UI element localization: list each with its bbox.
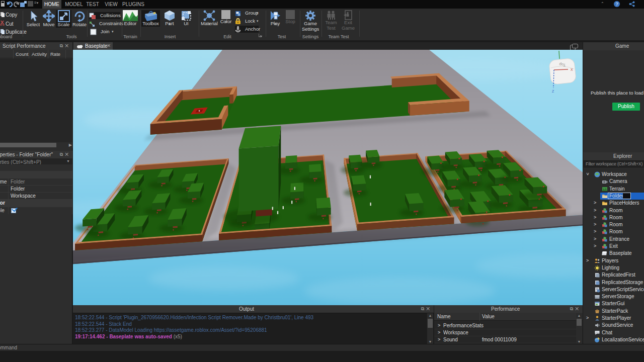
property-row-parent[interactable]: Parent Workspace xyxy=(0,193,72,200)
float-panel-icon[interactable]: ⧉ xyxy=(570,306,575,311)
explorer-item-placeholders[interactable]: >PlaceHolders xyxy=(583,200,644,207)
team-test-button[interactable]: Team Test xyxy=(323,10,339,31)
explorer-item-folder[interactable]: Folder xyxy=(583,193,644,200)
scroll-up-arrow[interactable]: ▲ xyxy=(427,314,433,317)
explorer-item-entrance[interactable]: >Entrance xyxy=(583,236,644,243)
explorer-item-lighting[interactable]: Lighting xyxy=(583,264,644,272)
group-button[interactable]: Group xyxy=(235,10,257,17)
output-log[interactable]: 18:52:22.544 - Script 'Plugin_2670956620… xyxy=(73,313,434,344)
column-name[interactable]: Name xyxy=(437,314,451,319)
chevron-right-icon[interactable]: > xyxy=(594,229,596,234)
property-row-archivable[interactable]: Archivable xyxy=(0,207,72,214)
rename-edit-box[interactable]: Folder xyxy=(608,193,631,199)
properties-section-data[interactable]: Data xyxy=(0,171,72,178)
performance-row[interactable]: >PerformanceStats xyxy=(434,322,577,329)
ui-button[interactable]: UI xyxy=(179,10,194,27)
column-count[interactable]: Count xyxy=(16,51,28,57)
redo-icon[interactable] xyxy=(14,1,20,7)
scroll-down-arrow[interactable]: ▼ xyxy=(427,340,433,343)
close-panel-icon[interactable]: ✕ xyxy=(65,43,70,48)
expand-chevron-icon[interactable]: > xyxy=(438,323,440,328)
dropdown-caret-icon[interactable]: ▾ xyxy=(257,18,262,25)
archivable-checkbox[interactable] xyxy=(11,208,16,213)
command-bar[interactable]: Command xyxy=(0,344,644,351)
dropdown-caret-icon[interactable]: ▾ xyxy=(257,10,262,17)
part-button[interactable]: Part▾ xyxy=(162,10,177,27)
scroll-up-arrow[interactable]: ▲ xyxy=(576,314,582,317)
help-icon[interactable]: ? xyxy=(614,1,620,7)
chevron-right-icon[interactable]: > xyxy=(594,243,596,248)
explorer-item-serverscriptservice[interactable]: ServerScriptService xyxy=(583,286,644,293)
viewport-3d[interactable]: Top X Z xyxy=(73,50,583,305)
explorer-item-starterpack[interactable]: StarterPack xyxy=(583,308,644,315)
ribbon-collapse-icon[interactable]: ⌃ xyxy=(601,2,604,6)
performance-row[interactable]: >Workspace xyxy=(434,329,577,336)
properties-section-behavior[interactable]: Behavior xyxy=(0,200,72,207)
explorer-filter-input[interactable]: Filter workspace (Ctrl+Shift+X) xyxy=(584,160,644,167)
explorer-item-startergui[interactable]: StarterGui xyxy=(583,300,644,307)
explorer-item-starterplayer[interactable]: >StarterPlayer xyxy=(583,315,644,322)
hscroll-right-arrow[interactable]: ▶ xyxy=(69,143,72,147)
share-icon[interactable] xyxy=(629,1,635,7)
float-panel-icon[interactable]: ⧉ xyxy=(60,43,65,48)
exit-game-button[interactable]: Exit Game xyxy=(340,10,356,31)
chevron-right-icon[interactable]: > xyxy=(594,222,596,227)
material-button[interactable]: Material▾ xyxy=(201,10,218,27)
constraints-button[interactable]: Constraints xyxy=(89,20,120,27)
explorer-item-room[interactable]: >Room xyxy=(583,214,644,221)
chevron-right-icon[interactable]: > xyxy=(594,200,596,205)
expand-chevron-icon[interactable]: > xyxy=(438,337,440,342)
explorer-item-replicatedstorage[interactable]: ReplicatedStorage xyxy=(583,279,644,286)
close-panel-icon[interactable]: ✕ xyxy=(426,306,432,311)
chevron-right-icon[interactable]: > xyxy=(594,208,596,213)
vscroll-thumb[interactable] xyxy=(577,319,582,326)
performance-row[interactable]: >Soundfmod 00011009 xyxy=(434,336,577,343)
dropdown-caret-icon[interactable]: ▾ xyxy=(218,20,234,24)
stop-button[interactable]: Stop xyxy=(283,10,298,25)
menu-tab-plugins[interactable]: PLUGINS xyxy=(121,0,146,9)
chevron-right-icon[interactable]: > xyxy=(586,315,589,320)
tab-baseplate[interactable]: Baseplate ✕ xyxy=(73,42,113,50)
explorer-item-chat[interactable]: Chat xyxy=(583,329,644,336)
column-value[interactable]: Value xyxy=(482,314,495,319)
save-icon[interactable] xyxy=(1,1,5,7)
close-panel-icon[interactable]: ✕ xyxy=(575,306,581,311)
expand-chevron-icon[interactable]: > xyxy=(438,330,440,335)
filter-dropdown-caret[interactable]: ▼ xyxy=(66,159,70,163)
close-panel-icon[interactable]: ✕ xyxy=(65,152,70,157)
explorer-item-replicatedfirst[interactable]: ReplicatedFirst xyxy=(583,272,644,279)
explorer-item-room[interactable]: >Room xyxy=(583,221,644,228)
column-activity[interactable]: Activity xyxy=(32,51,47,57)
explorer-item-exit[interactable]: >Exit xyxy=(583,243,644,250)
explorer-item-soundservice[interactable]: SoundService xyxy=(583,322,644,329)
chevron-right-icon[interactable]: > xyxy=(594,236,596,241)
undo-icon[interactable] xyxy=(7,1,13,7)
performance-vscrollbar[interactable]: ▲ ▼ xyxy=(576,313,582,344)
vscroll-thumb[interactable] xyxy=(428,319,433,328)
scroll-down-arrow[interactable]: ▼ xyxy=(576,340,582,343)
hscroll-thumb[interactable] xyxy=(0,143,56,147)
explorer-item-baseplate[interactable]: Baseplate xyxy=(583,250,644,257)
property-row-name[interactable]: Name Folder xyxy=(0,186,72,193)
explorer-item-players[interactable]: >Players xyxy=(583,257,644,264)
scale-button[interactable]: Scale xyxy=(56,10,71,28)
dropdown-caret-icon[interactable]: ▾ xyxy=(162,22,177,26)
menu-tab-home[interactable]: HOME xyxy=(42,0,61,9)
float-panel-icon[interactable]: ⧉ xyxy=(421,306,426,311)
explorer-item-workspace[interactable]: >Workspace xyxy=(583,171,644,178)
explorer-item-serverstorage[interactable]: ServerStorage xyxy=(583,293,644,300)
anchor-button[interactable]: Anchor xyxy=(235,26,259,33)
menu-tab-view[interactable]: VIEW xyxy=(102,0,121,9)
output-vscrollbar[interactable]: ▲ ▼ xyxy=(427,313,433,344)
menu-tab-model[interactable]: MODEL xyxy=(63,0,85,9)
qa-overflow-caret[interactable]: ≡▾ xyxy=(34,1,38,7)
chevron-right-icon[interactable]: > xyxy=(594,215,596,220)
explorer-item-room[interactable]: >Room xyxy=(583,228,644,235)
select-button[interactable]: Select xyxy=(24,10,42,28)
insert-icon[interactable] xyxy=(20,1,27,7)
chevron-down-icon[interactable]: > xyxy=(585,172,590,175)
explorer-item-localizationservice[interactable]: LocalizationService xyxy=(583,336,644,343)
script-performance-hscrollbar[interactable]: ▶ xyxy=(0,142,72,148)
move-button[interactable]: Move xyxy=(41,10,56,28)
explorer-item-terrain[interactable]: Terrain xyxy=(583,186,644,193)
